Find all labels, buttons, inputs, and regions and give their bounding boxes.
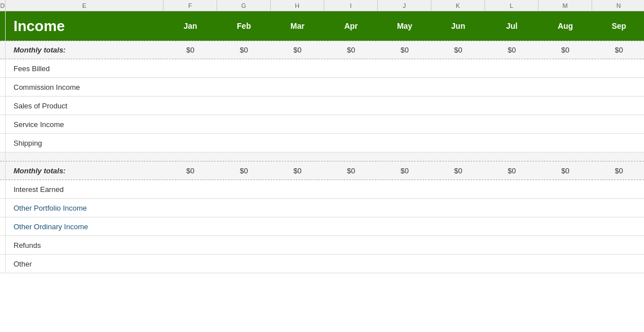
totals2-feb: $0 [217, 167, 271, 175]
totals2-aug: $0 [539, 167, 592, 175]
column-header-row: D E F G H I J K L M N [0, 0, 644, 11]
totals2-indicator [0, 161, 6, 180]
header-feb: Feb [217, 21, 271, 30]
header-sep: Sep [592, 21, 644, 30]
col-d: D [0, 0, 6, 11]
totals1-sep: $0 [592, 46, 644, 54]
spreadsheet: D E F G H I J K L M N Income Jan Feb Mar… [0, 0, 644, 273]
totals2-jan: $0 [164, 167, 217, 175]
commission-income-label: Commission Income [6, 83, 164, 91]
totals2-jun: $0 [431, 167, 485, 175]
totals1-feb: $0 [217, 46, 271, 54]
fees-billed-label: Fees Billed [6, 64, 164, 73]
col-i: I [324, 0, 378, 11]
totals1-jul: $0 [485, 46, 539, 54]
monthly-totals-row-1: Monthly totals: $0 $0 $0 $0 $0 $0 $0 $0 … [0, 41, 644, 59]
service-indicator [0, 115, 6, 133]
service-income-label: Service Income [6, 120, 164, 129]
row-interest-earned: Interest Earned [0, 180, 644, 199]
col-f: F [164, 0, 217, 11]
ordinary-indicator [0, 217, 6, 235]
header-jun: Jun [431, 21, 485, 30]
totals1-indicator [0, 41, 6, 59]
totals2-mar: $0 [271, 167, 324, 175]
totals1-apr: $0 [324, 46, 378, 54]
row-other-ordinary-income[interactable]: Other Ordinary Income [0, 217, 644, 236]
totals1-jun: $0 [431, 46, 485, 54]
header-jan: Jan [164, 21, 217, 30]
shipping-indicator [0, 134, 6, 152]
header-aug: Aug [539, 21, 592, 30]
interest-earned-label: Interest Earned [6, 185, 164, 194]
other-ordinary-income-label[interactable]: Other Ordinary Income [6, 222, 164, 231]
col-e: E [6, 0, 164, 11]
header-indicator [0, 11, 6, 41]
row-other: Other [0, 255, 644, 273]
col-n: N [592, 0, 644, 11]
col-h: H [271, 0, 324, 11]
spacer-indicator [0, 152, 6, 161]
sales-indicator [0, 97, 6, 115]
row-refunds: Refunds [0, 236, 644, 255]
totals1-may: $0 [378, 46, 431, 54]
totals1-label: Monthly totals: [6, 46, 164, 54]
totals2-label: Monthly totals: [6, 167, 164, 175]
sales-of-product-label: Sales of Product [6, 102, 164, 110]
spacer-row [0, 152, 644, 161]
col-l: L [485, 0, 539, 11]
row-sales-of-product: Sales of Product [0, 97, 644, 115]
refunds-label: Refunds [6, 241, 164, 250]
col-m: M [539, 0, 592, 11]
col-g: G [217, 0, 271, 11]
row-shipping: Shipping [0, 134, 644, 152]
portfolio-indicator [0, 199, 6, 217]
monthly-totals-row-2: Monthly totals: $0 $0 $0 $0 $0 $0 $0 $0 … [0, 161, 644, 180]
totals1-aug: $0 [539, 46, 592, 54]
other-indicator [0, 255, 6, 273]
other-portfolio-income-label[interactable]: Other Portfolio Income [6, 204, 164, 212]
row-fees-billed: Fees Billed [0, 59, 644, 78]
refunds-indicator [0, 236, 6, 254]
header-mar: Mar [271, 21, 324, 30]
other-label: Other [6, 260, 164, 268]
header-jul: Jul [485, 21, 539, 30]
interest-indicator [0, 180, 6, 198]
commission-indicator [0, 78, 6, 96]
col-k: K [431, 0, 485, 11]
totals2-may: $0 [378, 167, 431, 175]
income-title: Income [6, 18, 164, 35]
fees-indicator [0, 59, 6, 77]
income-header-row: Income Jan Feb Mar Apr May Jun Jul Aug S… [0, 11, 644, 41]
col-j: J [378, 0, 431, 11]
totals2-apr: $0 [324, 167, 378, 175]
totals1-mar: $0 [271, 46, 324, 54]
totals1-jan: $0 [164, 46, 217, 54]
totals2-sep: $0 [592, 167, 644, 175]
row-service-income: Service Income [0, 115, 644, 134]
row-other-portfolio-income[interactable]: Other Portfolio Income [0, 199, 644, 217]
header-may: May [378, 21, 431, 30]
shipping-label: Shipping [6, 139, 164, 147]
totals2-jul: $0 [485, 167, 539, 175]
header-apr: Apr [324, 21, 378, 30]
row-commission-income: Commission Income [0, 78, 644, 97]
